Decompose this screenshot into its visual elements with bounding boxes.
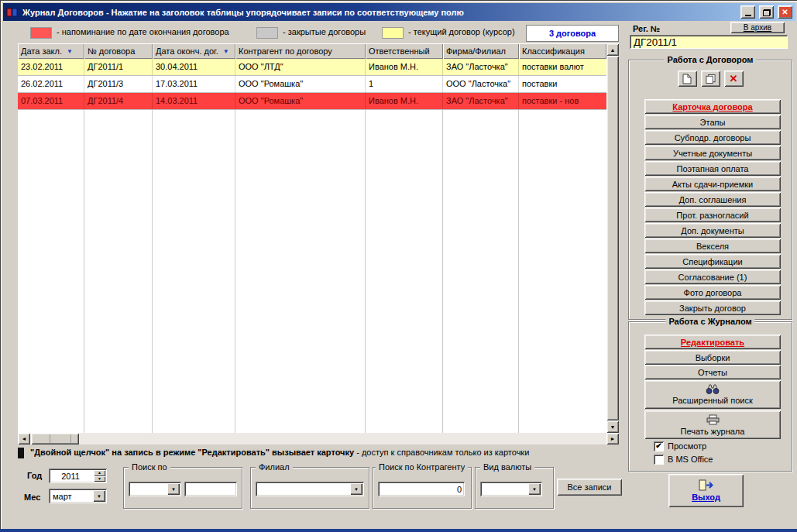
contract-count: 3 договора bbox=[526, 25, 619, 42]
sort-arrow-icon: ▼ bbox=[67, 48, 73, 55]
contract-button-5[interactable]: Акты сдачи-приемки bbox=[644, 177, 781, 191]
search-by-dropdown[interactable]: ▼ bbox=[129, 482, 181, 496]
spin-up-icon[interactable]: ▲ bbox=[94, 470, 105, 476]
new-document-button[interactable] bbox=[678, 70, 697, 87]
minimize-icon bbox=[745, 15, 751, 16]
contract-button-12[interactable]: Фото договора bbox=[644, 285, 781, 300]
table-cell: ООО "Ромашка" bbox=[235, 76, 366, 92]
legend-closed-label: - закрытые договоры bbox=[283, 26, 366, 38]
currency-dropdown[interactable]: ▼ bbox=[480, 482, 542, 496]
print-journal-button[interactable]: Печать журнала bbox=[644, 410, 781, 439]
copy-document-button[interactable] bbox=[701, 70, 720, 87]
table-row[interactable]: 07.03.2011ДГ2011/414.03.2011ООО "Ромашка… bbox=[18, 93, 606, 110]
grid-line bbox=[235, 59, 235, 433]
legend-reminder-label: - напоминание по дате окончания договора bbox=[57, 26, 229, 38]
advanced-search-button[interactable]: Расширенный поиск bbox=[644, 380, 781, 409]
table-header: Дата закл.▼№ договораДата оконч. дог.▼Ко… bbox=[18, 43, 606, 59]
search-by-input[interactable] bbox=[184, 482, 237, 496]
minimize-button[interactable] bbox=[740, 5, 755, 19]
branch-dropdown[interactable]: ▼ bbox=[256, 482, 364, 496]
table-body[interactable]: 23.02.2011ДГ2011/130.04.2011ООО "ЛТД"Ива… bbox=[18, 59, 606, 433]
column-header-label: Дата оконч. дог. bbox=[156, 46, 218, 56]
scroll-right-icon[interactable]: ► bbox=[606, 433, 619, 444]
year-input[interactable] bbox=[49, 469, 92, 483]
table-cell: ООО "Ромашка" bbox=[235, 93, 366, 109]
contract-button-1[interactable]: Этапы bbox=[644, 115, 781, 129]
vertical-scrollbar[interactable]: ▲ ▼ bbox=[606, 43, 619, 433]
column-header-label: Классификация bbox=[522, 46, 585, 56]
contract-button-6[interactable]: Доп. соглашения bbox=[644, 192, 781, 207]
edit-button[interactable]: Редактировать bbox=[644, 335, 781, 349]
contract-button-9[interactable]: Векселя bbox=[644, 239, 781, 253]
search-by-group: Поиск по ▼ bbox=[123, 467, 242, 509]
exit-button[interactable]: Выход bbox=[668, 474, 744, 507]
restore-icon bbox=[763, 9, 771, 16]
counterparty-input[interactable] bbox=[378, 482, 465, 496]
vertical-scroll-thumb[interactable] bbox=[606, 56, 619, 420]
close-button[interactable]: ✕ bbox=[778, 5, 792, 19]
msoffice-checkbox[interactable]: В MS Office bbox=[654, 454, 713, 465]
grid-line bbox=[365, 59, 366, 433]
preview-checkbox[interactable]: ✔ Просмотр bbox=[654, 441, 706, 451]
horizontal-scroll-thumb[interactable] bbox=[31, 433, 79, 444]
contract-button-4[interactable]: Поэтапная оплата bbox=[644, 161, 781, 176]
year-spinner[interactable]: ▲▼ bbox=[49, 469, 107, 483]
horizontal-scrollbar[interactable]: ◄ ► bbox=[18, 433, 619, 444]
legend-current-label: - текущий договор (курсор) bbox=[408, 26, 515, 38]
branch-label: Филиал bbox=[256, 462, 293, 472]
column-header-3[interactable]: Дата оконч. дог.▼ bbox=[153, 43, 235, 59]
contract-button-10[interactable]: Спецификации bbox=[644, 254, 781, 269]
contract-button-2[interactable]: Субподр. договоры bbox=[644, 130, 781, 145]
month-dropdown-arrow-icon[interactable]: ▼ bbox=[93, 490, 105, 502]
contract-button-3[interactable]: Учетные документы bbox=[644, 146, 781, 160]
contract-button-13[interactable]: Закрыть договор bbox=[644, 300, 781, 315]
column-header-1[interactable]: Дата закл.▼ bbox=[18, 43, 84, 59]
search-by-dropdown-arrow-icon[interactable]: ▼ bbox=[167, 483, 180, 495]
table-cell: ООО "ЛТД" bbox=[235, 59, 366, 75]
journal-panel-title: Работа с Журналом bbox=[665, 317, 754, 326]
contract-card-button[interactable]: Карточка договора bbox=[644, 99, 781, 114]
month-dropdown[interactable]: март ▼ bbox=[49, 489, 107, 503]
selections-button[interactable]: Выборки bbox=[644, 350, 781, 365]
delete-button[interactable]: ✕ bbox=[724, 70, 744, 87]
scroll-up-icon[interactable]: ▲ bbox=[606, 43, 619, 56]
table-cell: 14.03.2011 bbox=[153, 93, 235, 109]
reports-button[interactable]: Отчеты bbox=[644, 365, 781, 379]
column-header-label: Контрагент по договору bbox=[239, 46, 332, 56]
table-cell: 17.03.2011 bbox=[153, 76, 235, 92]
sort-arrow-icon: ▼ bbox=[223, 48, 229, 55]
column-header-2[interactable]: № договора bbox=[84, 43, 153, 59]
column-header-label: Дата закл. bbox=[21, 46, 62, 56]
branch-dropdown-arrow-icon[interactable]: ▼ bbox=[350, 483, 362, 495]
currency-group: Вид валюты ▼ bbox=[475, 467, 554, 509]
table-cell: поставки - нов bbox=[519, 93, 606, 109]
hint-marker bbox=[18, 448, 24, 458]
spin-down-icon[interactable]: ▼ bbox=[94, 476, 105, 482]
all-records-button[interactable]: Все записи bbox=[557, 479, 622, 496]
branch-group: Филиал ▼ bbox=[250, 467, 369, 509]
reg-number-field[interactable] bbox=[630, 35, 788, 49]
scroll-left-icon[interactable]: ◄ bbox=[18, 433, 30, 444]
table-cell: ООО "Ласточка" bbox=[443, 76, 519, 92]
table-cell: 23.02.2011 bbox=[18, 59, 84, 75]
window-bottom-border bbox=[0, 529, 797, 532]
table-cell: 07.03.2011 bbox=[18, 93, 84, 109]
column-header-4[interactable]: Контрагент по договору bbox=[235, 43, 366, 59]
column-header-7[interactable]: Классификация bbox=[519, 43, 606, 59]
titlebar[interactable]: Журнал Договоров - Нажатие на заголовок … bbox=[3, 3, 795, 21]
column-header-5[interactable]: Ответственный bbox=[366, 43, 443, 59]
scroll-down-icon[interactable]: ▼ bbox=[606, 420, 619, 433]
contract-button-11[interactable]: Согласование (1) bbox=[644, 269, 781, 284]
contract-button-8[interactable]: Доп. документы bbox=[644, 223, 781, 238]
table-row[interactable]: 23.02.2011ДГ2011/130.04.2011ООО "ЛТД"Ива… bbox=[18, 59, 606, 76]
table-row[interactable]: 26.02.2011ДГ2011/317.03.2011ООО "Ромашка… bbox=[18, 76, 606, 93]
currency-dropdown-arrow-icon[interactable]: ▼ bbox=[528, 483, 541, 495]
year-spin-buttons[interactable]: ▲▼ bbox=[94, 470, 105, 482]
hint-normal: - доступ к справочникам только из карточ… bbox=[354, 448, 529, 457]
journal-panel: Работа с Журналом Редактировать Выборки … bbox=[628, 321, 792, 472]
delete-x-icon: ✕ bbox=[730, 74, 738, 84]
archive-button[interactable]: В архив bbox=[730, 22, 785, 33]
column-header-6[interactable]: Фирма/Филиал bbox=[443, 43, 519, 59]
contract-button-7[interactable]: Прот. разногласий bbox=[644, 208, 781, 222]
maximize-button[interactable] bbox=[759, 5, 774, 19]
